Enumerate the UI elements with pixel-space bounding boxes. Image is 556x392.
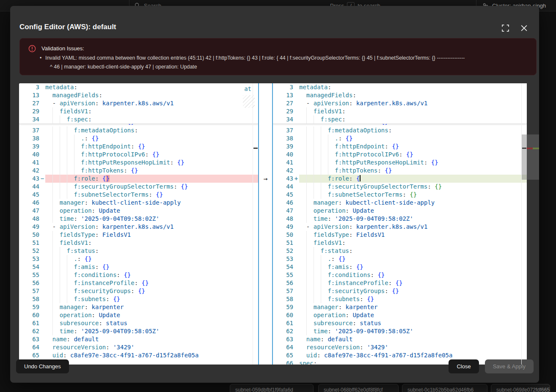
deleted-line[interactable]: 43−f:role: {} [19,175,258,183]
code-line[interactable]: 63name: default [19,335,258,343]
code-token: {} [339,255,346,262]
scrollbar-modified[interactable] [521,83,527,365]
code-line[interactable]: 60operation: Update [273,311,527,319]
code-token: {} [181,183,188,190]
code-line[interactable]: 56f:instanceProfile: {} [273,279,527,287]
code-token: apiVersion [60,223,95,230]
diff-overview-ruler[interactable] [527,83,539,365]
code-token: } [106,175,109,182]
code-line[interactable]: 13managedFields: [273,91,527,99]
code-line[interactable]: 44f:securityGroupSelectorTerms: {} [273,183,527,191]
code-line[interactable]: 38.: {} [273,134,527,143]
code-token: {} [356,263,363,270]
code-line[interactable]: 54f:amis: {} [273,263,527,271]
code-line[interactable]: 55f:conditions: {} [273,271,527,279]
code-token: : [328,328,335,334]
code-line[interactable]: 42f:httpTokens: {} [273,167,527,175]
code-line[interactable]: 54f:amis: {} [19,263,258,271]
code-token: f:securityGroups [328,288,385,294]
code-line[interactable]: 62time: '2025-09-04T09:58:05Z' [19,327,258,335]
code-token: - [52,223,60,230]
code-line[interactable]: 13managedFields: [19,91,258,99]
code-line[interactable]: 34f:spec: [19,115,258,123]
code-token: {} [392,288,399,294]
code-token: : [124,167,131,174]
code-line[interactable]: 50fieldsType: FieldsV1 [19,231,258,239]
clipped-text-fragment: at [244,85,251,92]
code-token: : [85,135,92,142]
code-line[interactable]: 3metadata: [19,83,258,91]
close-icon[interactable] [520,24,528,32]
code-line[interactable]: 37f:metadataOptions: [273,126,527,134]
code-line[interactable]: 62time: '2025-09-04T09:58:05Z' [273,327,527,335]
code-token: Update [99,312,120,318]
code-line[interactable]: 47operation: Update [273,207,527,215]
code-line[interactable]: 57f:securityGroups: {} [19,287,258,295]
code-line[interactable]: 27- apiVersion: karpenter.k8s.aws/v1 [273,99,527,107]
code-line[interactable]: 41f:httpPutResponseHopLimit: {} [273,159,527,167]
added-line[interactable]: 43+f:role: { [273,175,527,183]
scrollbar-slider[interactable] [522,134,527,180]
bullet: • [40,55,41,61]
code-line[interactable]: 58f:subnets: {} [19,295,258,303]
code-line[interactable]: 29fieldsV1: [19,107,258,115]
code-line[interactable]: 59manager: karpenter [19,303,258,311]
code-line[interactable]: 40f:httpProtocolIPv6: {} [273,151,527,159]
code-line[interactable]: 27- apiVersion: karpenter.k8s.aws/v1 [19,99,258,107]
code-line[interactable]: 39f:httpEndpoint: {} [19,143,258,151]
diff-modified-pane[interactable]: 3metadata:13managedFields:27- apiVersion… [273,83,527,365]
code-line[interactable]: 53.: {} [19,255,258,263]
code-line[interactable]: 61subresource: status [273,319,527,327]
code-line[interactable]: 52f:status: [19,247,258,255]
code-line[interactable]: 50fieldsType: FieldsV1 [273,231,527,239]
undo-changes-button[interactable]: Undo Changes [16,359,69,373]
code-line[interactable]: 41f:httpPutResponseHopLimit: {} [19,159,258,167]
code-line[interactable]: 51fieldsV1: [273,239,527,247]
code-line[interactable]: 49- apiVersion: karpenter.k8s.aws/v1 [273,223,527,231]
code-line[interactable]: 3metadata: [273,83,527,91]
apply-change-arrow-icon[interactable]: → [259,175,272,183]
fullscreen-button[interactable] [501,24,509,32]
code-token: : [349,175,356,182]
code-line[interactable]: 46manager: kubectl-client-side-apply [273,199,527,207]
code-line[interactable]: 49- apiVersion: karpenter.k8s.aws/v1 [19,223,258,231]
code-line[interactable]: 64resourceVersion: '3429' [19,343,258,351]
code-line[interactable]: 38.: {} [19,134,258,143]
code-line[interactable]: 52f:status: [273,247,527,255]
code-token: '2025-09-04T09:58:05Z' [81,328,159,334]
code-line[interactable]: 40f:httpProtocolIPv6: {} [19,151,258,159]
code-line[interactable]: 51fieldsV1: [19,239,258,247]
code-line[interactable]: 45f:subnetSelectorTerms: {} [273,191,527,199]
code-line[interactable]: 45f:subnetSelectorTerms: {} [19,191,258,199]
close-button[interactable]: Close [449,359,479,373]
code-line[interactable]: 53.: {} [273,255,527,263]
code-line[interactable]: 65uid: c8afe97e-38cc-4f91-a767-d15f2a8fe… [19,351,258,359]
config-editor-dialog: Config Editor (AWS): default Validation … [10,6,539,383]
code-line[interactable]: 29fieldsV1: [273,107,527,115]
code-line[interactable]: 63name: default [273,335,527,343]
scrollbar-original[interactable] [253,83,258,365]
code-line[interactable]: 57f:securityGroups: {} [273,287,527,295]
code-line[interactable]: 37f:metadataOptions: [19,126,258,134]
diff-original-pane[interactable]: 3metadata:13managedFields:27- apiVersion… [19,83,258,365]
code-token: : [342,108,345,115]
subnet-chip: subnet-069jfe072fdf6653 [491,384,550,392]
code-line[interactable]: 47operation: Update [19,207,258,215]
code-line[interactable]: 59manager: karpenter [273,303,527,311]
code-line[interactable]: 65uid: c8afe97e-38cc-4f91-a767-d15f2a8fe… [273,351,527,359]
code-line[interactable]: 44f:securityGroupSelectorTerms: {} [19,183,258,191]
code-line[interactable]: 39f:httpEndpoint: {} [273,143,527,151]
code-line[interactable]: 58f:subnets: {} [273,295,527,303]
code-line[interactable]: 42f:httpTokens: {} [19,167,258,175]
code-line[interactable]: 48time: '2025-09-04T09:58:02Z' [19,215,258,223]
code-token: : [385,288,392,294]
code-token: : [371,271,378,278]
code-line[interactable]: 46manager: kubectl-client-side-apply [19,199,258,207]
code-line[interactable]: 60operation: Update [19,311,258,319]
code-line[interactable]: 61subresource: status [19,319,258,327]
code-line[interactable]: 55f:conditions: {} [19,271,258,279]
code-line[interactable]: 64resourceVersion: '3429' [273,343,527,351]
code-line[interactable]: 34f:spec: [273,115,527,123]
code-line[interactable]: 48time: '2025-09-04T09:58:02Z' [273,215,527,223]
code-line[interactable]: 56f:instanceProfile: {} [19,279,258,287]
